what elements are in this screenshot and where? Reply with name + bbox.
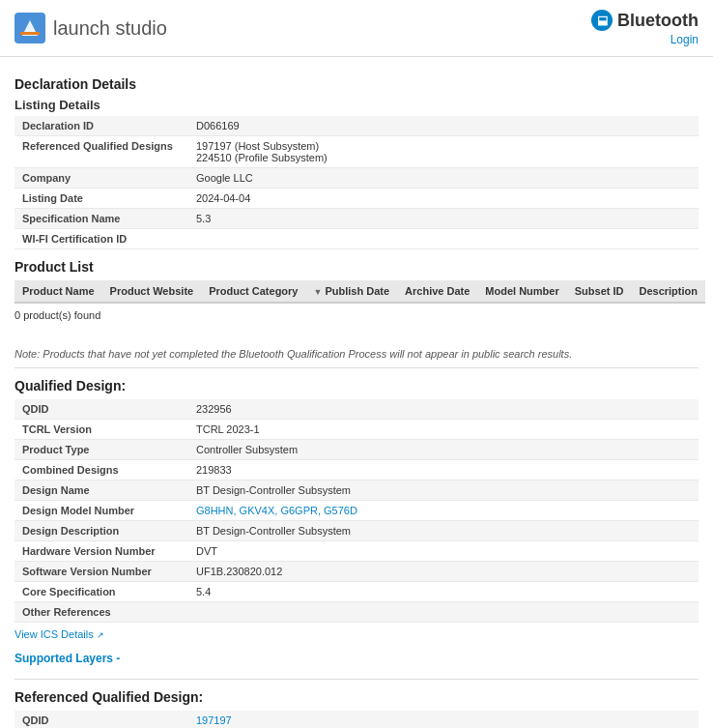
- field-label: Declaration ID: [14, 116, 188, 136]
- field-value: Controller Subsystem: [188, 440, 699, 460]
- field-label: Design Name: [14, 480, 188, 501]
- sort-indicator: ▼: [313, 287, 322, 297]
- table-row: Referenced Qualified Designs 197197 (Hos…: [14, 136, 699, 168]
- launch-studio-icon: [14, 13, 45, 44]
- field-label: QDID: [14, 399, 188, 420]
- external-link-icon: ↗: [97, 630, 104, 640]
- field-label: Specification Name: [14, 209, 188, 229]
- field-value: BT Design-Controller Subsystem: [188, 480, 699, 501]
- view-ics-link-row: View ICS Details ↗: [14, 628, 699, 640]
- divider-2: [14, 679, 699, 680]
- col-model-number[interactable]: Model Number: [477, 280, 566, 303]
- table-row: QDID 197197: [14, 711, 699, 728]
- field-value: 219833: [188, 460, 699, 480]
- col-archive-date[interactable]: Archive Date: [397, 280, 477, 303]
- field-value: BT Design-Controller Subsystem: [188, 521, 699, 541]
- field-value: 197197: [188, 711, 699, 728]
- product-table-header-row: Product Name Product Website Product Cat…: [14, 280, 705, 303]
- field-value: G8HHN, GKV4X, G6GPR, G576D: [188, 501, 699, 521]
- field-label: Hardware Version Number: [14, 541, 188, 562]
- table-row: Listing Date 2024-04-04: [14, 189, 699, 209]
- col-product-name[interactable]: Product Name: [14, 280, 102, 303]
- field-value: 5.4: [188, 582, 699, 602]
- product-table: Product Name Product Website Product Cat…: [14, 280, 705, 304]
- field-value: 2024-04-04: [188, 189, 699, 209]
- svg-rect-2: [20, 32, 40, 35]
- view-ics-link[interactable]: View ICS Details ↗: [14, 628, 104, 640]
- table-row: Design Description BT Design-Controller …: [14, 521, 699, 541]
- field-label: Combined Designs: [14, 460, 188, 480]
- col-product-category[interactable]: Product Category: [201, 280, 305, 303]
- referenced-qualified-design-section: Referenced Qualified Design: QDID 197197…: [14, 689, 699, 728]
- products-found: 0 product(s) found: [14, 309, 699, 321]
- table-row: Declaration ID D066169: [14, 116, 699, 136]
- field-label: WI-FI Certification ID: [14, 229, 188, 249]
- logo-text: launch studio: [53, 17, 167, 40]
- table-row: Design Model Number G8HHN, GKV4X, G6GPR,…: [14, 501, 699, 521]
- table-row: Combined Designs 219833: [14, 460, 699, 480]
- bluetooth-brand: ⬓ Bluetooth: [591, 10, 699, 31]
- table-row: Company Google LLC: [14, 168, 699, 189]
- table-row: Core Specification 5.4: [14, 582, 699, 602]
- logo-area: launch studio: [14, 13, 167, 44]
- table-row: Other References: [14, 602, 699, 623]
- field-value: Google LLC: [188, 168, 699, 189]
- col-subset-id[interactable]: Subset ID: [567, 280, 632, 303]
- field-label: Listing Date: [14, 189, 188, 209]
- supported-layers-toggle[interactable]: Supported Layers -: [14, 652, 120, 665]
- bluetooth-icon: ⬓: [591, 10, 613, 31]
- declaration-details-section: Declaration Details Listing Details Decl…: [14, 76, 699, 249]
- listing-details-table: Declaration ID D066169 Referenced Qualif…: [14, 116, 699, 249]
- field-value: D066169: [188, 116, 699, 136]
- ref-qdid-link[interactable]: 197197: [196, 714, 232, 726]
- field-value: TCRL 2023-1: [188, 420, 699, 440]
- field-label: TCRL Version: [14, 420, 188, 440]
- field-value: [188, 229, 699, 249]
- field-label: Design Model Number: [14, 501, 188, 521]
- table-row: Specification Name 5.3: [14, 209, 699, 229]
- col-description[interactable]: Description: [631, 280, 705, 303]
- table-row: TCRL Version TCRL 2023-1: [14, 420, 699, 440]
- header: launch studio ⬓ Bluetooth Login: [0, 0, 713, 57]
- field-value: 5.3: [188, 209, 699, 229]
- product-list-section: Product List Product Name Product Websit…: [14, 259, 699, 360]
- field-label: Product Type: [14, 440, 188, 460]
- qualified-design-table: QDID 232956 TCRL Version TCRL 2023-1 Pro…: [14, 399, 699, 623]
- field-label: Company: [14, 168, 188, 189]
- login-link[interactable]: Login: [670, 33, 699, 46]
- field-label: Software Version Number: [14, 562, 188, 582]
- product-list-title: Product List: [14, 259, 699, 275]
- referenced-qualified-design-title: Referenced Qualified Design:: [14, 689, 699, 705]
- referenced-qualified-design-table: QDID 197197 Company Google LLC Qualifica…: [14, 711, 699, 728]
- field-label: Core Specification: [14, 582, 188, 602]
- field-label: Design Description: [14, 521, 188, 541]
- field-label: Referenced Qualified Designs: [14, 136, 188, 168]
- field-value: [188, 602, 699, 623]
- col-publish-date[interactable]: ▼ Publish Date: [305, 280, 397, 303]
- field-value: DVT: [188, 541, 699, 562]
- field-value: 197197 (Host Subsystem)224510 (Profile S…: [188, 136, 699, 168]
- field-value: 232956: [188, 399, 699, 420]
- table-row: Hardware Version Number DVT: [14, 541, 699, 562]
- field-value: UF1B.230820.012: [188, 562, 699, 582]
- table-row: QDID 232956: [14, 399, 699, 420]
- bluetooth-area: ⬓ Bluetooth Login: [591, 10, 699, 46]
- product-list-note: Note: Products that have not yet complet…: [14, 348, 699, 360]
- divider: [14, 367, 699, 368]
- bluetooth-label: Bluetooth: [617, 11, 699, 31]
- table-row: WI-FI Certification ID: [14, 229, 699, 249]
- col-product-website[interactable]: Product Website: [102, 280, 202, 303]
- table-row: Design Name BT Design-Controller Subsyst…: [14, 480, 699, 501]
- qualified-design-title: Qualified Design:: [14, 378, 699, 393]
- table-row: Software Version Number UF1B.230820.012: [14, 562, 699, 582]
- table-row: Product Type Controller Subsystem: [14, 440, 699, 460]
- field-label: Other References: [14, 602, 188, 623]
- declaration-details-title: Declaration Details: [14, 76, 699, 92]
- model-number-link[interactable]: G8HHN, GKV4X, G6GPR, G576D: [196, 505, 357, 516]
- qualified-design-section: Qualified Design: QDID 232956 TCRL Versi…: [14, 378, 699, 671]
- listing-details-subtitle: Listing Details: [14, 98, 699, 112]
- field-label: QDID: [14, 711, 188, 728]
- main-content: Declaration Details Listing Details Decl…: [0, 57, 713, 728]
